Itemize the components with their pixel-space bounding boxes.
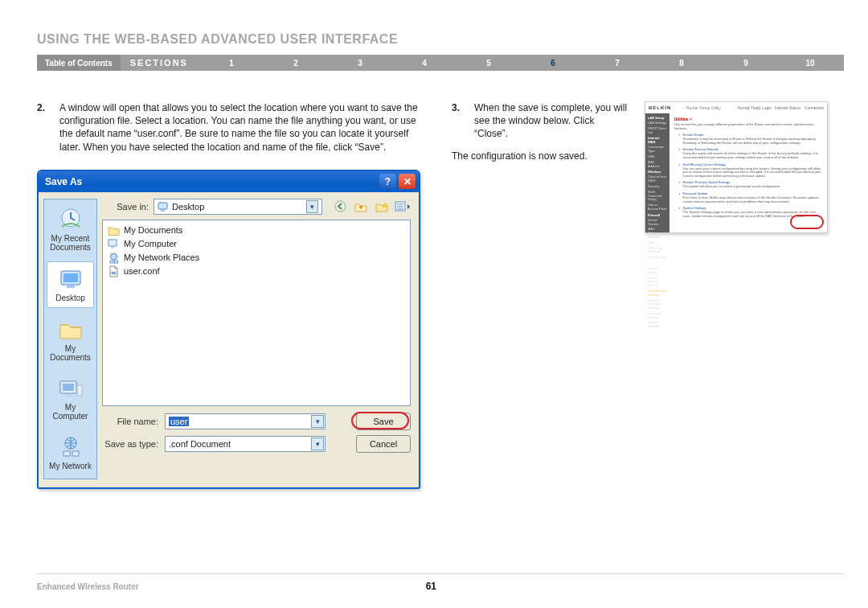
place-mydocs-label: My Documents [48,344,92,362]
section-link-9[interactable]: 9 [717,59,775,68]
section-link-3[interactable]: 3 [331,59,389,68]
header-links: Home|Help|Login Internet Status: Connect… [736,105,824,110]
svg-point-13 [335,201,346,212]
list-item-label: My Network Places [124,253,199,262]
svg-rect-5 [63,384,74,391]
footer-product: Enhanced Wireless Router [37,582,139,591]
sections-label: SECTIONS [121,58,198,68]
svg-rect-3 [67,286,75,288]
chevron-down-icon[interactable]: ▾ [311,438,324,450]
section-link-1[interactable]: 1 [203,59,260,68]
section-link-7[interactable]: 7 [588,59,646,68]
list-item[interactable]: My Network Places [108,251,405,265]
file-name-label: File name: [102,417,158,426]
svg-rect-19 [111,247,114,249]
dialog-titlebar[interactable]: Save As ? ✕ [39,171,419,192]
dialog-title: Save As [45,176,377,187]
file-icon [108,265,120,277]
file-name-input[interactable]: user ▾ [165,413,326,429]
list-item-label: My Documents [124,225,182,235]
brand-logo: BELKIN [649,105,671,110]
place-desktop-label: Desktop [49,294,92,302]
section-nav: Table of Contents SECTIONS 1 2 3 4 5 6 7… [37,55,844,71]
place-mynetwork-label: My Network [48,462,92,470]
svg-rect-10 [72,451,79,456]
save-type-combo[interactable]: .conf Document ▾ [165,436,326,452]
section-link-6[interactable]: 6 [524,59,582,68]
step-3: 3. When the save is complete, you will s… [452,101,628,141]
step-3-number: 3. [452,101,474,141]
list-item[interactable]: user.conf [108,265,405,278]
places-bar: My Recent Documents Desktop [43,199,97,479]
cancel-button[interactable]: Cancel [356,435,411,453]
svg-point-20 [111,253,117,260]
place-mycomputer[interactable]: My Computer [47,372,94,425]
close-button[interactable]: ✕ [399,174,416,189]
list-item[interactable]: My Computer [108,237,405,251]
config-saved-note: The configuration is now saved. [452,150,628,162]
up-folder-icon[interactable] [353,199,369,215]
save-type-label: Save as type: [102,439,158,449]
product-name: Router Setup Utility [686,105,721,110]
network-icon [108,252,120,264]
help-button[interactable]: ? [379,174,396,189]
folder-icon [108,224,120,236]
svg-rect-21 [110,261,113,263]
preview-main: Utilities > This screen lets you manage … [669,113,827,232]
section-link-8[interactable]: 8 [653,59,710,68]
page-footer: Enhanced Wireless Router 61 [37,573,844,592]
file-list[interactable]: My Documents My Computer My Network Plac… [102,220,411,406]
step-3-text: When the save is complete, you will see … [474,101,628,141]
save-as-dialog: Save As ? ✕ My Recent Documents [37,170,420,489]
page-title: USING THE WEB-BASED ADVANCED USER INTERF… [37,32,844,47]
svg-rect-7 [77,385,82,396]
place-mynetwork[interactable]: My Network [47,430,94,475]
save-type-value: .conf Document [169,439,231,449]
svg-rect-18 [108,240,117,246]
place-desktop[interactable]: Desktop [47,261,94,308]
step-2-text: A window will open that allows you to se… [59,101,431,154]
save-in-value: Desktop [172,202,204,212]
page-number: 61 [426,581,436,592]
list-item[interactable]: My Documents [108,224,405,237]
list-item-label: My Computer [124,239,177,249]
section-link-10[interactable]: 10 [781,59,839,68]
file-name-value: user [169,417,189,426]
svg-rect-23 [112,272,117,273]
toc-link[interactable]: Table of Contents [37,55,121,71]
back-icon[interactable] [332,199,348,215]
place-recent-label: My Recent Documents [48,234,92,252]
section-link-2[interactable]: 2 [267,59,325,68]
chevron-down-icon[interactable]: ▾ [306,200,318,213]
computer-icon [108,238,120,250]
section-link-4[interactable]: 4 [395,59,453,68]
svg-rect-24 [112,273,117,274]
list-item-label: user.conf [124,266,160,276]
section-numbers: 1 2 3 4 5 6 7 8 9 10 [198,59,844,68]
svg-rect-2 [63,273,78,282]
new-folder-icon[interactable] [374,199,390,215]
svg-rect-9 [63,451,70,456]
section-link-5[interactable]: 5 [460,59,518,68]
svg-rect-6 [65,394,72,396]
svg-rect-11 [158,203,167,209]
save-in-label: Save in: [102,202,149,212]
highlight-circle [790,215,824,229]
desktop-icon [158,201,169,212]
place-recent[interactable]: My Recent Documents [47,203,94,257]
step-2: 2. A window will open that allows you to… [37,101,431,154]
highlight-circle [351,412,409,429]
router-ui-preview: BELKIN Router Setup Utility Home|Help|Lo… [645,101,828,233]
place-mycomputer-label: My Computer [48,403,92,421]
svg-rect-12 [161,210,165,212]
step-2-number: 2. [37,101,59,154]
place-mydocs[interactable]: My Documents [47,313,94,367]
views-icon[interactable] [395,199,411,215]
svg-rect-22 [115,261,118,263]
preview-sidebar: LAN Setup LAN Settings DHCP Client List … [645,113,669,232]
chevron-down-icon[interactable]: ▾ [311,415,324,428]
save-in-combo[interactable]: Desktop ▾ [154,199,322,215]
